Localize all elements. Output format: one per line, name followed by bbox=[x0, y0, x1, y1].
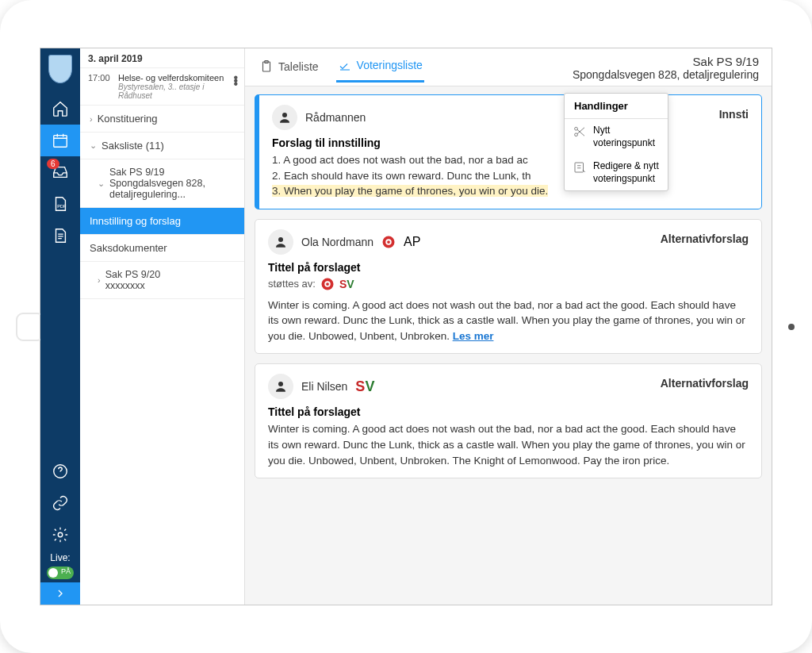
sidebar-item-saksdokumenter[interactable]: Saksdokumenter bbox=[80, 235, 244, 262]
nav-help[interactable] bbox=[40, 455, 80, 487]
party-label: AP bbox=[404, 235, 420, 249]
meeting-time: 17:00 bbox=[88, 73, 118, 100]
dropdown-item-label: Nytt voteringspunkt bbox=[593, 125, 660, 149]
case-title: Sak PS 9/19 Spongdalsvegen 828, detaljre… bbox=[573, 55, 759, 86]
edit-note-icon bbox=[573, 160, 587, 175]
sidebar-item-saksliste[interactable]: ⌄ Saksliste (11) bbox=[80, 133, 244, 159]
nav-pdf[interactable]: PDF bbox=[40, 188, 80, 220]
chevron-right-icon: › bbox=[90, 114, 93, 124]
actions-dropdown: Handlinger Nytt voteringspunkt Redigere … bbox=[564, 93, 668, 191]
person-icon bbox=[278, 110, 292, 125]
toggle-text: PÅ bbox=[61, 567, 71, 575]
case-number: Sak PS 9/19 bbox=[573, 55, 759, 68]
nav-document[interactable] bbox=[40, 220, 80, 252]
proposal-line: 1. A good act does not wash out the bad,… bbox=[272, 152, 749, 168]
nav-rail: 6 PDF Live: PÅ bbox=[40, 48, 80, 605]
meeting-menu-icon[interactable]: ••• bbox=[233, 76, 238, 86]
svg-point-6 bbox=[575, 127, 578, 130]
card-title: Forslag til innstilling bbox=[272, 136, 749, 149]
svg-point-3 bbox=[58, 532, 63, 537]
dropdown-item-label: Redigere & nytt voteringspunkt bbox=[593, 160, 660, 185]
tablet-frame: 6 PDF Live: PÅ bbox=[0, 0, 812, 653]
help-icon bbox=[52, 463, 69, 480]
home-icon bbox=[52, 100, 69, 117]
tab-voteringsliste[interactable]: Voteringsliste bbox=[336, 55, 424, 83]
supported-by: støttes av: SV bbox=[268, 277, 749, 291]
sidebar-meeting[interactable]: 17:00 Helse- og velferdskomiteen Bystyre… bbox=[80, 68, 244, 106]
chevron-down-icon: ⌄ bbox=[90, 140, 97, 151]
meeting-location: Bystyresalen, 3.. etasje i Rådhuset bbox=[118, 83, 236, 100]
card-body: Winter is coming. A good act does not wa… bbox=[268, 298, 749, 344]
dropdown-new-votingpoint[interactable]: Nytt voteringspunkt bbox=[565, 119, 668, 155]
tab-taleliste[interactable]: Taleliste bbox=[258, 55, 320, 83]
tablet-camera-dot bbox=[788, 324, 795, 330]
sidebar-item-label: Sak PS 9/19 Spongdalsvegen 828, detaljre… bbox=[109, 167, 235, 200]
avatar bbox=[268, 374, 293, 399]
sidebar: 3. april 2019 17:00 Helse- og velferdsko… bbox=[80, 48, 245, 605]
dropdown-title: Handlinger bbox=[565, 94, 668, 119]
svg-point-17 bbox=[278, 382, 283, 386]
nav-settings[interactable] bbox=[40, 519, 80, 551]
svg-rect-0 bbox=[54, 136, 67, 148]
sidebar-item-konstituering[interactable]: › Konstituering bbox=[80, 106, 244, 133]
sak920-title: Sak PS 9/20 bbox=[105, 269, 161, 280]
chevron-right-icon bbox=[54, 587, 67, 600]
live-toggle[interactable]: PÅ bbox=[47, 567, 74, 579]
sidebar-item-label: Sak PS 9/20 xxxxxxxx bbox=[105, 269, 161, 291]
svg-point-13 bbox=[387, 240, 390, 244]
clipboard-icon bbox=[259, 60, 274, 74]
content-area: Rådmannen Innsti Forslag til innstilling… bbox=[245, 86, 772, 496]
vote-icon bbox=[338, 58, 352, 72]
nav-home[interactable] bbox=[40, 93, 80, 125]
card-title: Tittel på forslaget bbox=[268, 405, 749, 418]
tab-label: Taleliste bbox=[278, 60, 319, 73]
party-sv-icon: SV bbox=[339, 278, 354, 290]
crest-icon[interactable] bbox=[48, 55, 72, 83]
party-sv-icon: SV bbox=[355, 378, 374, 395]
card-type-label: Alternativforslag bbox=[661, 377, 749, 390]
supports-label: støttes av: bbox=[268, 278, 316, 290]
person-icon bbox=[274, 379, 288, 394]
chevron-right-icon: › bbox=[98, 275, 101, 285]
card-body-text: Winter is coming. A good act does not wa… bbox=[268, 299, 745, 342]
nav-calendar[interactable] bbox=[40, 125, 80, 156]
proposal-card-radmannen[interactable]: Rådmannen Innsti Forslag til innstilling… bbox=[255, 94, 762, 209]
sidebar-item-label: Saksdokumenter bbox=[90, 242, 167, 254]
card-type-label: Innsti bbox=[719, 108, 749, 121]
avatar bbox=[268, 229, 293, 255]
sidebar-item-label: Konstituering bbox=[98, 113, 158, 125]
nav-expand[interactable] bbox=[40, 582, 80, 605]
inbox-badge: 6 bbox=[47, 159, 59, 169]
gear-icon bbox=[52, 526, 69, 544]
proposal-card-nordmann[interactable]: Ola Nordmann AP Alternativforslag Tittel… bbox=[255, 219, 762, 355]
dropdown-edit-votingpoint[interactable]: Redigere & nytt voteringspunkt bbox=[565, 155, 668, 190]
svg-rect-8 bbox=[575, 163, 584, 172]
link-icon bbox=[52, 494, 69, 512]
svg-text:PDF: PDF bbox=[57, 204, 67, 209]
party-ap-icon bbox=[381, 235, 396, 249]
case-name: Spongdalsvegen 828, detaljregulering bbox=[573, 68, 759, 81]
proposal-card-nilsen[interactable]: Eli Nilsen SV Alternativforslag Tittel p… bbox=[255, 363, 762, 478]
read-more-link[interactable]: Les mer bbox=[453, 330, 494, 342]
card-type-label: Alternativforslag bbox=[661, 232, 749, 245]
pdf-icon: PDF bbox=[52, 195, 69, 213]
card-body: Winter is coming. A good act does not wa… bbox=[268, 421, 749, 468]
svg-point-16 bbox=[326, 282, 329, 286]
sidebar-item-label: Innstilling og forslag bbox=[90, 215, 181, 227]
svg-point-9 bbox=[282, 113, 287, 117]
svg-point-7 bbox=[575, 133, 578, 136]
sidebar-item-sak920[interactable]: › Sak PS 9/20 xxxxxxxx bbox=[80, 262, 244, 299]
card-title: Tittel på forslaget bbox=[268, 261, 749, 274]
card-author: Ola Nordmann bbox=[301, 236, 373, 248]
tabs: Taleliste Voteringsliste bbox=[258, 55, 424, 83]
sidebar-item-sak919[interactable]: ⌄ Sak PS 9/19 Spongdalsvegen 828, detalj… bbox=[80, 159, 244, 208]
tab-label: Voteringsliste bbox=[357, 59, 423, 71]
nav-link[interactable] bbox=[40, 487, 80, 519]
proposal-line-highlighted: 3. When you play the game of thrones, yo… bbox=[272, 185, 548, 197]
party-ap-icon bbox=[320, 277, 335, 291]
sak920-sub: xxxxxxxx bbox=[105, 280, 161, 291]
live-label: Live: bbox=[50, 551, 70, 565]
nav-inbox[interactable]: 6 bbox=[40, 156, 80, 188]
sidebar-item-innstilling[interactable]: Innstilling og forslag bbox=[80, 208, 244, 235]
app-screen: 6 PDF Live: PÅ bbox=[40, 48, 772, 605]
